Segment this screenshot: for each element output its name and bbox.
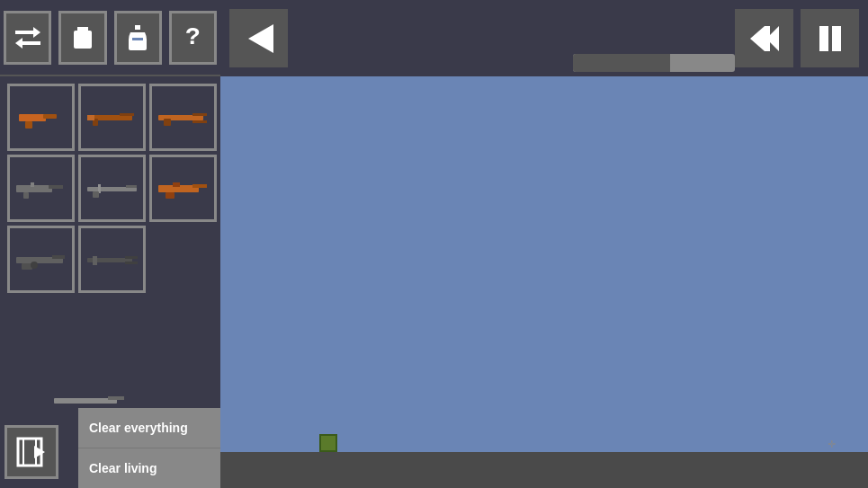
svg-rect-42 (125, 256, 138, 259)
svg-rect-12 (819, 26, 828, 51)
weapon-slot-1[interactable] (7, 84, 75, 151)
clear-everything-button[interactable]: Clear everything (78, 408, 220, 448)
back-icon (241, 21, 277, 57)
svg-rect-28 (31, 182, 34, 187)
pause-button[interactable] (801, 9, 859, 67)
svg-marker-9 (750, 26, 765, 51)
rifle-icon (85, 105, 139, 130)
weapon-slot-3[interactable] (149, 84, 217, 151)
progress-bar-container (573, 54, 735, 72)
sniper-icon (85, 176, 139, 201)
sidebar-weapon-preview (54, 393, 126, 412)
svg-rect-5 (74, 31, 92, 49)
svg-rect-32 (93, 191, 99, 198)
svg-rect-35 (173, 182, 180, 187)
svg-rect-23 (192, 120, 207, 123)
bottle-button[interactable] (114, 11, 162, 65)
pistol-icon (14, 105, 68, 130)
swap-button[interactable] (4, 11, 51, 65)
figure-icon: ✛ (823, 434, 841, 452)
clear-living-button[interactable]: Clear living (78, 448, 220, 488)
object-icon (68, 23, 97, 52)
svg-rect-14 (19, 114, 46, 121)
svg-rect-34 (192, 184, 207, 188)
svg-rect-24 (164, 119, 171, 126)
assault-icon (157, 176, 210, 201)
svg-marker-8 (248, 24, 273, 53)
svg-rect-36 (166, 192, 174, 199)
svg-rect-15 (43, 114, 57, 119)
help-icon: ? (185, 23, 201, 51)
help-button[interactable]: ? (169, 11, 217, 65)
bottle-icon (123, 23, 152, 52)
svg-marker-3 (15, 38, 22, 49)
svg-rect-49 (108, 396, 124, 400)
svg-rect-7 (132, 38, 143, 40)
lmg-icon (14, 247, 68, 272)
svg-rect-16 (25, 121, 32, 129)
smg-icon (14, 176, 68, 201)
svg-rect-20 (87, 115, 94, 120)
svg-point-40 (31, 262, 38, 269)
progress-bar (573, 54, 670, 72)
svg-rect-30 (126, 185, 137, 188)
toolbar: ? (0, 0, 220, 76)
weapon-slot-8[interactable] (78, 226, 146, 293)
back-button[interactable] (229, 9, 288, 67)
rewind-button[interactable] (735, 9, 793, 67)
svg-marker-1 (33, 27, 40, 38)
svg-rect-18 (120, 113, 134, 116)
svg-marker-47 (34, 446, 45, 458)
svg-rect-22 (192, 113, 207, 116)
svg-rect-27 (23, 192, 29, 199)
context-menu: Clear everything Clear living (78, 408, 220, 488)
exit-icon (14, 435, 49, 469)
svg-rect-0 (15, 31, 33, 34)
entity-green-square (319, 434, 337, 452)
minigun-icon (85, 247, 139, 272)
svg-rect-6 (135, 25, 140, 30)
game-area[interactable] (220, 76, 868, 452)
item2-button[interactable] (58, 11, 106, 65)
rewind-icon (747, 21, 783, 57)
weapon-preview-icon (54, 393, 126, 409)
weapon-slot-4[interactable] (7, 155, 75, 222)
svg-rect-38 (52, 255, 65, 259)
svg-rect-48 (54, 398, 117, 404)
weapon-slot-6[interactable] (149, 155, 217, 222)
weapon-slot-7[interactable] (7, 226, 75, 293)
svg-rect-43 (125, 262, 138, 264)
ground (220, 452, 868, 488)
svg-rect-46 (23, 439, 36, 466)
svg-rect-44 (93, 256, 97, 265)
exit-button[interactable] (4, 425, 58, 479)
pause-icon (812, 21, 848, 57)
svg-rect-4 (77, 27, 88, 31)
svg-rect-2 (22, 41, 40, 45)
shotgun-icon (157, 105, 210, 130)
svg-rect-13 (832, 26, 841, 51)
swap-icon (13, 23, 42, 52)
top-right-controls (735, 9, 859, 67)
weapon-slot-2[interactable] (78, 84, 146, 151)
weapon-slot-5[interactable] (78, 155, 146, 222)
svg-rect-26 (49, 185, 63, 189)
